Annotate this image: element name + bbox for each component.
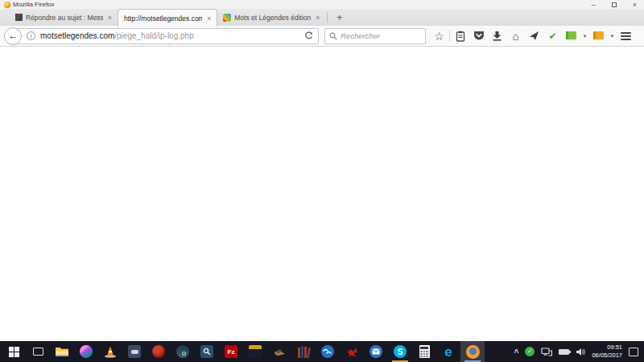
firefox-icon	[466, 345, 480, 359]
orange-book-dropdown[interactable]: ▾	[608, 27, 617, 45]
bird-app-button[interactable]	[267, 341, 291, 362]
paper-plane-icon	[529, 31, 539, 41]
url-domain: motsetlegendes.com	[40, 31, 114, 40]
edge-icon: e	[444, 345, 452, 359]
reload-icon	[304, 31, 313, 40]
network-icon[interactable]	[541, 348, 552, 356]
tab-label: Répondre au sujet : Messag	[26, 14, 103, 22]
pocket-button[interactable]	[469, 27, 488, 45]
discord-button[interactable]	[122, 341, 147, 362]
bird-icon	[273, 347, 286, 357]
skype-icon: S	[394, 345, 407, 358]
windows-taskbar: Fz	[0, 341, 644, 362]
tab-ip-log-active[interactable]: http://motsetlegendes.com/pieg ×	[118, 9, 217, 27]
magnifier-tool-icon	[200, 345, 213, 358]
tab-close-icon[interactable]: ×	[205, 14, 211, 23]
battery-icon[interactable]	[559, 349, 569, 355]
window-titlebar: Mozilla Firefox – ×	[0, 0, 644, 9]
green-book-addon-button[interactable]	[562, 27, 580, 45]
toolbar-divider	[449, 30, 450, 42]
back-button[interactable]: ←	[4, 27, 22, 45]
thunderbird-button[interactable]	[364, 341, 388, 362]
dark-game-button[interactable]	[243, 341, 267, 362]
green-book-icon	[565, 31, 577, 41]
tab-forum-reply[interactable]: Répondre au sujet : Messag ×	[10, 9, 118, 26]
tab-bar: Répondre au sujet : Messag × http://mots…	[0, 9, 644, 26]
minimize-button[interactable]: –	[592, 1, 596, 9]
windows-logo-icon	[9, 347, 19, 357]
close-button[interactable]: ×	[633, 1, 637, 9]
vlc-button[interactable]	[98, 341, 122, 362]
tab-label: http://motsetlegendes.com/pieg	[124, 14, 202, 23]
hamburger-icon	[621, 32, 631, 40]
thunderbird-icon	[369, 345, 382, 358]
search-bar[interactable]	[324, 28, 426, 44]
reload-button[interactable]	[299, 31, 318, 40]
addon-check-button[interactable]: ✔	[543, 27, 562, 45]
steam-icon	[176, 345, 189, 358]
system-tray: ^ ✓ 09:51 06/05/2017	[514, 343, 644, 360]
tab-close-icon[interactable]: ×	[314, 14, 320, 22]
file-explorer-icon	[55, 346, 69, 357]
taskbar-clock[interactable]: 09:51 06/05/2017	[592, 343, 622, 360]
book-library-icon	[298, 346, 310, 358]
downloads-button[interactable]	[488, 27, 506, 45]
tab-close-icon[interactable]: ×	[106, 14, 112, 22]
forum-favicon-icon	[15, 14, 23, 21]
dragon-app-button[interactable]	[340, 341, 364, 362]
edge-button[interactable]: e	[436, 341, 460, 362]
green-book-dropdown[interactable]: ▾	[580, 27, 589, 45]
bird-globe-button[interactable]	[316, 341, 340, 362]
home-button[interactable]: ⌂	[506, 27, 525, 45]
window-title: Mozilla Firefox	[13, 1, 55, 8]
url-path: /piege_hald/ip-log.php	[114, 31, 193, 40]
tab-label: Mots et Légendes éditions -	[234, 14, 311, 22]
navigation-toolbar: ← i motsetlegendes.com/piege_hald/ip-log…	[0, 26, 644, 47]
search-input[interactable]	[341, 31, 421, 40]
dark-game-icon	[249, 345, 262, 358]
volume-icon[interactable]	[576, 348, 585, 356]
firefox-button[interactable]	[460, 341, 485, 362]
site-info-icon[interactable]: i	[27, 31, 35, 40]
file-explorer-button[interactable]	[50, 341, 74, 362]
orange-book-addon-button[interactable]	[589, 27, 608, 45]
vlc-cone-icon	[104, 345, 117, 358]
tab-mots-et-legendes[interactable]: Mots et Légendes éditions - ×	[217, 9, 325, 26]
skype-button[interactable]: S	[388, 341, 412, 362]
send-page-button[interactable]	[525, 27, 543, 45]
pocket-icon	[473, 31, 485, 41]
page-content	[0, 47, 644, 341]
tray-expand-chevron[interactable]: ^	[514, 350, 519, 356]
task-view-button[interactable]	[26, 341, 50, 362]
restore-button[interactable]	[612, 1, 617, 9]
book-library-button[interactable]	[291, 341, 316, 362]
discord-icon	[128, 345, 141, 358]
desktop-screen: Mozilla Firefox – × Répondre au sujet : …	[0, 0, 644, 362]
media-player-button[interactable]	[74, 341, 98, 362]
clock-time: 09:51	[592, 343, 622, 352]
filezilla-button[interactable]: Fz	[219, 341, 243, 362]
restore-icon	[612, 2, 617, 7]
tab-separator	[327, 12, 328, 23]
toolbar-buttons: ☆ ⌂	[430, 27, 635, 45]
action-center-icon[interactable]	[629, 348, 638, 356]
orange-book-icon	[592, 31, 605, 41]
red-game-button[interactable]	[147, 341, 171, 362]
media-player-icon	[80, 345, 93, 358]
filezilla-icon: Fz	[225, 345, 237, 358]
search-icon	[329, 32, 337, 40]
steam-button[interactable]	[171, 341, 195, 362]
clipboard-button[interactable]	[451, 27, 469, 45]
start-button[interactable]	[2, 341, 26, 362]
url-bar[interactable]: i motsetlegendes.com/piege_hald/ip-log.p…	[13, 28, 319, 44]
firefox-logo-icon	[4, 2, 10, 8]
new-tab-button[interactable]: +	[329, 9, 349, 26]
window-controls: – ×	[592, 1, 641, 9]
search-tool-button[interactable]	[195, 341, 219, 362]
bookmark-star-button[interactable]: ☆	[430, 27, 448, 45]
clipboard-icon	[456, 31, 465, 42]
menu-button[interactable]	[617, 27, 635, 45]
calculator-button[interactable]	[412, 341, 436, 362]
antivirus-ok-icon[interactable]: ✓	[525, 347, 535, 356]
download-icon	[492, 31, 502, 41]
